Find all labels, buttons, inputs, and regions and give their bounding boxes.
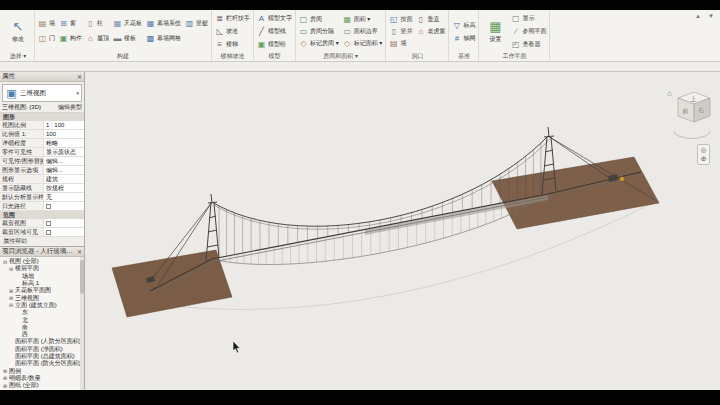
grid-button[interactable]: #轴网 <box>452 32 475 44</box>
tree-expander-icon[interactable]: ⊞ <box>8 295 14 301</box>
edit-type-button[interactable]: 编辑类型 <box>58 103 82 112</box>
dormer-button[interactable]: ⌂老虎窗 <box>416 26 445 38</box>
project-browser-close-icon[interactable]: ✕ <box>77 248 82 255</box>
property-value[interactable]: 1 : 100 <box>44 121 84 129</box>
vertical-opening-button[interactable]: ▯垂直 <box>416 14 445 26</box>
stair-icon: ≡ <box>215 40 224 49</box>
room-separator-button[interactable]: ▭房间分隔 <box>299 26 339 38</box>
steering-wheel-icon[interactable]: ◎ <box>700 146 706 154</box>
home-icon[interactable]: ⌂ <box>667 89 672 98</box>
curtain-grid-button[interactable]: ▩幕墙网格 <box>146 33 181 45</box>
browser-item-views[interactable]: ⊟视图 (全部) <box>0 258 84 265</box>
browser-item-ceiling-plans[interactable]: ⊞天花板平面图 <box>0 287 84 294</box>
tag-room-button[interactable]: ◇标记房间 ▾ <box>299 38 339 50</box>
tree-expander-icon[interactable]: ⊞ <box>2 383 8 389</box>
property-label: 详细程度 <box>0 139 44 147</box>
ceiling-button[interactable]: ▦天花板 <box>113 18 142 30</box>
modify-button[interactable]: ↖ 修改 <box>5 19 31 44</box>
workplane-show-button[interactable]: ▢显示 <box>511 13 546 25</box>
tree-expander-icon[interactable]: ⊟ <box>8 266 14 272</box>
scrollbar-thumb[interactable] <box>80 260 84 294</box>
curtain-system-button[interactable]: ▦幕墙系统 <box>146 18 181 30</box>
model-text-button[interactable]: A模型文字 <box>257 13 292 25</box>
tree-expander-icon[interactable]: ⊞ <box>2 368 8 374</box>
ribbon-group-label-datum[interactable]: 基准 <box>452 52 475 61</box>
terrain-plane-left[interactable] <box>112 250 232 317</box>
type-selector[interactable]: ▣ 三维视图 ▾ <box>2 84 82 102</box>
checkbox-unchecked-icon[interactable] <box>46 230 51 235</box>
column-button[interactable]: ▯柱 <box>86 18 109 30</box>
column-icon: ▯ <box>86 19 95 28</box>
browser-item-elevations[interactable]: ⊟立面 (建筑立面) <box>0 302 84 309</box>
property-value[interactable]: 按规程 <box>44 184 84 192</box>
roof-button[interactable]: ⌂屋顶 <box>86 33 109 45</box>
property-value[interactable]: 建筑 <box>44 175 84 183</box>
zoom-icon[interactable]: ⊕ <box>701 155 707 163</box>
property-label: 视图比例 <box>0 121 44 129</box>
browser-item-floor-plans[interactable]: ⊟楼层平面 <box>0 265 84 272</box>
ribbon-group-label-room-area[interactable]: 房间和面积 ▾ <box>299 52 382 61</box>
property-value[interactable]: 100 <box>44 130 84 138</box>
ribbon-group-label-model[interactable]: 模型 <box>257 52 292 61</box>
room-button[interactable]: ▢房间 <box>299 14 339 26</box>
ref-plane-icon: ∕ <box>511 27 520 36</box>
component-button[interactable]: ▣构件 <box>59 33 82 45</box>
viewer-button[interactable]: ◰查看器 <box>511 39 546 51</box>
door-button-label: 门 <box>49 34 55 43</box>
ribbon-group-label-opening[interactable]: 洞口 <box>389 52 445 61</box>
area-button[interactable]: ▦面积 ▾ <box>343 14 383 26</box>
property-row-visibility-graphics: 可见性/图形替换编辑... <box>0 157 84 166</box>
tree-expander-icon[interactable]: ⊟ <box>8 302 14 308</box>
wall-opening-button[interactable]: ▤墙 <box>389 38 412 50</box>
wall-button[interactable]: ▤墙 <box>38 18 55 30</box>
shaft-button[interactable]: ▯竖井 <box>389 26 412 38</box>
ribbon-group-label-circulation[interactable]: 楼梯坡道 <box>215 52 250 61</box>
by-face-icon: ◱ <box>389 15 398 24</box>
ribbon-group-label-build[interactable]: 构建 <box>38 52 208 61</box>
viewcube[interactable]: ⌂ 上 前 右 <box>666 86 716 142</box>
browser-scrollbar[interactable] <box>80 257 84 390</box>
edit-button[interactable]: 编辑... <box>44 157 84 165</box>
by-face-button[interactable]: ◱按面 <box>389 14 412 26</box>
checkbox-unchecked-icon[interactable] <box>46 204 51 209</box>
property-row-sun-path: 日光路径 <box>0 202 84 211</box>
floor-button[interactable]: ▬楼板 <box>113 33 142 45</box>
door-button[interactable]: ◫门 <box>38 33 55 45</box>
ribbon-collapse-icon[interactable]: ▴ <box>693 12 703 20</box>
tag-area-button[interactable]: ◇标记面积 ▾ <box>343 38 383 50</box>
tree-expander-icon[interactable]: ⊞ <box>8 288 14 294</box>
area-boundary-button[interactable]: ▭面积边界 <box>343 26 383 38</box>
property-value[interactable]: 显示原状态 <box>44 148 84 156</box>
property-value[interactable]: 无 <box>44 193 84 201</box>
tree-expander-icon[interactable]: ⊟ <box>2 259 8 265</box>
model-line-button[interactable]: ╱模型线 <box>257 26 292 38</box>
model-group-button[interactable]: ▣模型组 <box>257 39 292 51</box>
mullion-button[interactable]: ▥竖梃 <box>185 18 208 30</box>
ramp-button[interactable]: ◺坡道 <box>215 26 250 38</box>
browser-item-north[interactable]: 北 <box>0 316 84 323</box>
model-line-button-label: 模型线 <box>268 27 286 36</box>
stair-button[interactable]: ≡楼梯 <box>215 39 250 51</box>
property-label: 规程 <box>0 175 44 183</box>
ribbon-group-label-workplane[interactable]: 工作平面 <box>482 52 546 61</box>
terrain-plane-right[interactable] <box>492 157 659 229</box>
drawing-area[interactable]: ⌂ 上 前 右 ◎ ⊕ <box>85 72 720 390</box>
browser-item-south[interactable]: 南 <box>0 324 84 331</box>
railing-button[interactable]: ≣栏杆扶手 <box>215 13 250 25</box>
browser-item-east[interactable]: 东 <box>0 309 84 316</box>
browser-item-site[interactable]: 场地 <box>0 273 84 280</box>
ref-plane-button[interactable]: ∕参照平面 <box>511 26 546 38</box>
checkbox-unchecked-icon[interactable] <box>46 221 51 226</box>
viewcube-compass-ring[interactable] <box>674 131 710 138</box>
level-button[interactable]: ▽标高 <box>452 19 475 31</box>
window-button[interactable]: ⊞窗 <box>59 18 82 30</box>
browser-item-sheets[interactable]: ⊞图纸 (全部) <box>0 382 84 389</box>
ribbon-cycle-icon[interactable]: ▾ <box>706 12 716 20</box>
tree-expander-icon[interactable]: ⊞ <box>2 375 8 381</box>
edit-button[interactable]: 编辑... <box>44 166 84 174</box>
property-value[interactable]: 粗略 <box>44 139 84 147</box>
workplane-set-button[interactable]: ▦ 设置 <box>482 19 508 44</box>
properties-help-link[interactable]: 属性帮助 <box>0 237 84 246</box>
properties-close-icon[interactable]: ✕ <box>77 73 82 80</box>
ribbon-group-label-select[interactable]: 选择 ▾ <box>5 52 31 61</box>
